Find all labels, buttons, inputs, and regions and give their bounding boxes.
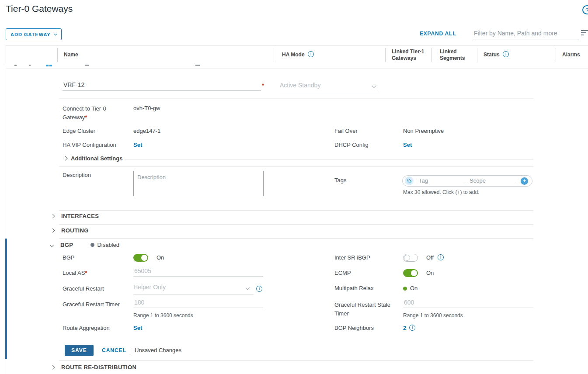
row-text-fragment [85,65,89,66]
required-asterisk: * [262,82,264,89]
divider [125,159,533,159]
connect-to-tier0-label-text: Connect to Tier-0 Gateway [63,105,106,121]
gateway-name-input[interactable] [63,81,261,90]
chevron-right-icon [51,365,55,370]
ha-vip-configuration-label: HA VIP Configuration [63,142,116,148]
required-asterisk: * [85,270,87,276]
graceful-restart-info-icon[interactable]: i [256,286,262,292]
status-info-icon[interactable]: i [503,51,509,57]
cancel-button[interactable]: CANCEL [102,347,126,353]
bgp-neighbors-label: BGP Neighbors [334,325,374,331]
tags-editor: + [402,175,532,187]
section-bgp[interactable]: BGP Disabled [50,242,119,248]
column-separator [556,48,556,62]
bgp-toggle-state: On [157,254,164,261]
graceful-restart-timer-label: Graceful Restart Timer [63,301,120,308]
chevron-right-icon [51,214,55,218]
edge-cluster-label: Edge Cluster [63,128,95,134]
route-aggregation-set-link[interactable]: Set [133,325,142,331]
row-icon-fragment [29,65,31,66]
route-aggregation-label: Route Aggregation [63,325,110,331]
local-as-label: Local AS* [63,270,87,276]
chevron-down-icon [246,286,250,290]
bgp-section-label: BGP [60,242,73,248]
save-button[interactable]: SAVE [65,345,94,356]
bgp-neighbors-count-link[interactable]: 2 [403,325,406,331]
divider [59,238,533,239]
graceful-restart-stale-timer-help: Range 1 to 3600 seconds [403,312,463,319]
additional-settings-label: Additional Settings [71,155,122,162]
tags-label: Tags [334,177,346,184]
description-textarea[interactable] [133,171,264,196]
column-separator [57,48,58,62]
ecmp-label: ECMP [334,270,351,276]
column-header-linked-segments: Linked Segments [440,48,470,62]
table-row-clipped[interactable] [6,64,588,69]
filter-input[interactable] [473,28,579,39]
divider [59,224,533,225]
column-separator [431,48,431,62]
add-gateway-button[interactable]: ADD GATEWAY [6,28,62,40]
section-routing[interactable]: ROUTING [51,227,89,234]
add-tag-button[interactable]: + [521,177,528,185]
divider [59,360,533,361]
dhcp-config-label: DHCP Config [334,142,369,148]
graceful-restart-value: Helper Only [133,284,166,291]
tier0-gateways-page: Tier-0 Gateways ? ADD GATEWAY EXPAND ALL… [0,0,588,374]
chevron-right-icon [63,156,68,161]
chevron-down-icon [53,32,57,35]
bgp-neighbors-info-icon[interactable]: i [409,325,415,331]
gateways-table-header: Name HA Mode i Linked Tier-1 Gateways Li… [6,45,588,64]
bgp-toggle[interactable] [133,254,148,262]
inter-sr-ibgp-state: Off [426,254,434,261]
gateway-icon-fragment [49,65,52,66]
ha-mode-info-icon[interactable]: i [308,51,314,57]
filter-icon-bar [581,30,588,31]
row-icon-fragment [14,65,17,66]
ha-mode-value: Active Standby [280,82,320,89]
required-asterisk: * [85,114,87,121]
help-icon[interactable]: ? [582,5,588,14]
filter-icon-bar [581,32,586,33]
graceful-restart-stale-timer-label: Graceful Restart Stale Timer [334,301,398,318]
scope-input[interactable] [468,177,517,185]
tag-input[interactable] [417,177,464,185]
column-header-ha-mode: HA Mode [282,52,305,58]
section-route-redistribution[interactable]: ROUTE RE-DISTRIBUTION [51,364,136,371]
tag-icon-glyph [407,178,412,184]
column-separator [274,48,274,62]
column-separator [385,48,386,62]
expand-all-link[interactable]: EXPAND ALL [420,31,456,37]
bgp-toggle-label: BGP [63,254,74,261]
connect-to-tier0-value: ovh-T0-gw [133,105,160,111]
multipath-relax-state: On [410,285,418,291]
section-interfaces[interactable]: INTERFACES [51,213,99,219]
bgp-section-accent-bar [5,239,7,359]
ha-vip-set-link[interactable]: Set [133,142,142,148]
dhcp-set-link[interactable]: Set [403,142,412,148]
graceful-restart-timer-help: Range 1 to 3600 seconds [133,312,193,319]
graceful-restart-timer-input[interactable] [133,299,263,308]
description-label: Description [63,172,91,178]
ha-mode-select[interactable]: Active Standby [280,81,378,92]
fail-over-label: Fail Over [334,128,358,134]
inter-sr-info-icon[interactable]: i [438,254,444,260]
chevron-down-icon [50,243,54,247]
column-header-name: Name [64,52,78,58]
filter-icon[interactable] [581,30,588,36]
page-title: Tier-0 Gateways [6,3,73,14]
ecmp-toggle[interactable] [403,269,418,277]
local-as-input[interactable] [133,267,263,277]
bgp-status-text: Disabled [97,242,119,248]
row-text-fragment [195,65,200,66]
multipath-relax-label: Multipath Relax [334,285,374,291]
connect-to-tier0-label: Connect to Tier-0 Gateway* [63,104,128,122]
tag-icon [405,177,414,185]
filter-icon-bar [581,35,584,35]
additional-settings-toggle[interactable]: Additional Settings [64,155,122,162]
edge-cluster-value: edge147-1 [133,128,160,134]
graceful-restart-select[interactable]: Helper Only [133,283,254,294]
graceful-restart-stale-timer-input[interactable] [403,299,533,308]
divider [59,210,533,211]
inter-sr-ibgp-toggle[interactable] [403,254,418,262]
